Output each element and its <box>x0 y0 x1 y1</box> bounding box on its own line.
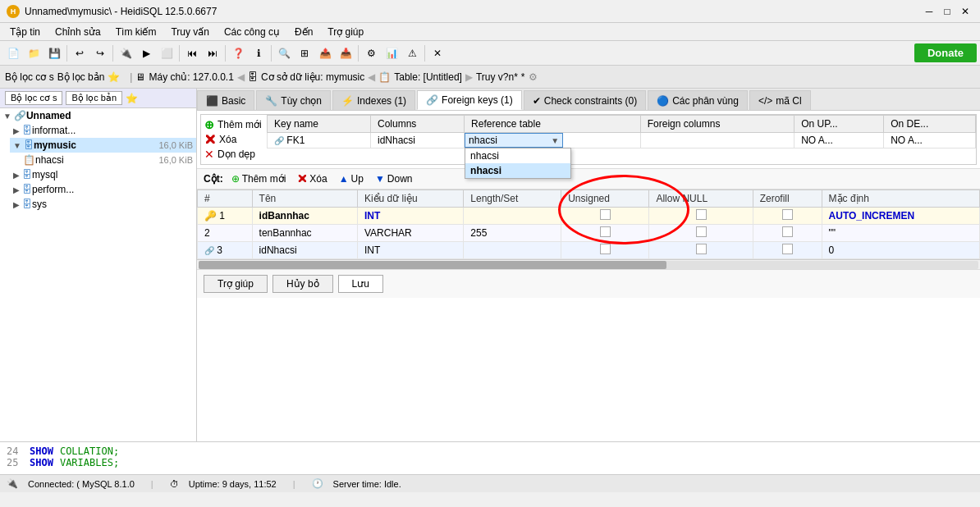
tb-search[interactable]: 🔍 <box>274 43 294 63</box>
col-name-3[interactable]: idNhacsi <box>252 242 357 259</box>
menu-edit[interactable]: Chỉnh sửa <box>48 25 108 39</box>
up-col-button[interactable]: ▲ Up <box>336 172 367 185</box>
sidebar-item-unnamed[interactable]: ▼ 🔗 Unnamed <box>0 108 196 123</box>
unsigned-cb-3[interactable] <box>600 244 611 254</box>
tb-stop[interactable]: ⬜ <box>157 43 176 63</box>
clean-fk-button[interactable]: ✕ Dọn dẹp <box>204 148 263 161</box>
filter-server-btn[interactable]: Bộ lọc cơ s <box>5 91 62 105</box>
up-icon: ▲ <box>339 173 349 185</box>
menu-query[interactable]: Truy vấn <box>164 25 216 39</box>
tb-prev[interactable]: ⏮ <box>182 43 202 63</box>
donate-button[interactable]: Donate <box>914 43 977 62</box>
col-allownull-3[interactable] <box>649 242 753 259</box>
col-name-2[interactable]: tenBannhac <box>252 225 357 242</box>
col-type-2[interactable]: VARCHAR <box>357 225 463 242</box>
help-button[interactable]: Trợ giúp <box>204 275 268 293</box>
delete-col-button[interactable]: 🗙 Xóa <box>294 172 330 185</box>
ref-table-dropdown[interactable]: nhacsi ▼ nhacsi nhacsi <box>465 133 563 148</box>
tab-basic[interactable]: ⬛ Basic <box>197 90 254 110</box>
kw-show-24: SHOW <box>30 445 53 457</box>
col-unsigned-2[interactable] <box>561 225 649 242</box>
unsigned-cb-1[interactable] <box>600 209 611 220</box>
sidebar-item-nhacsi[interactable]: 📋 nhacsi 16,0 KiB <box>20 153 196 167</box>
tb-connect[interactable]: 🔌 <box>116 43 135 63</box>
star-filter-icon[interactable]: ⭐ <box>126 93 138 104</box>
tb-save[interactable]: 💾 <box>44 43 64 63</box>
tb-import[interactable]: 📥 <box>336 43 355 63</box>
tb-extra3[interactable]: ⚠ <box>402 43 422 63</box>
tb-info[interactable]: ℹ <box>249 43 268 63</box>
col-allownull-1[interactable] <box>649 208 753 225</box>
col-allownull-2[interactable] <box>649 225 753 242</box>
tb-table[interactable]: ⊞ <box>295 43 314 63</box>
tb-redo[interactable]: ↪ <box>90 43 110 63</box>
tab-indexes[interactable]: ⚡ Indexes (1) <box>332 90 415 110</box>
tab-check-constraints[interactable]: ✔ Check constraints (0) <box>524 90 646 110</box>
tb-new[interactable]: 📄 <box>3 43 23 63</box>
sidebar-item-perform[interactable]: ▶ 🗄 perform... <box>10 182 196 197</box>
menu-help[interactable]: Trợ giúp <box>321 25 370 39</box>
close-button[interactable]: ✕ <box>957 3 973 20</box>
tb-undo[interactable]: ↩ <box>70 43 89 63</box>
save-button[interactable]: Lưu <box>338 275 383 293</box>
tab-foreign-keys[interactable]: 🔗 Foreign keys (1) <box>417 90 522 110</box>
col-name-1[interactable]: idBannhac <box>252 208 357 225</box>
menu-tools[interactable]: Các công cụ <box>218 25 286 39</box>
delete-fk-button[interactable]: 🗙 Xóa <box>204 133 263 146</box>
col-unsigned-3[interactable] <box>561 242 649 259</box>
dropdown-option-1[interactable]: nhacsi <box>465 148 570 163</box>
allownull-cb-3[interactable] <box>696 244 707 254</box>
filter-table-btn[interactable]: Bộ lọc bản <box>66 91 122 105</box>
col-unsigned-1[interactable] <box>561 208 649 225</box>
zerofill-cb-3[interactable] <box>782 244 793 254</box>
down-col-label: Down <box>387 173 413 185</box>
tab-options[interactable]: 🔧 Tùy chọn <box>256 90 331 110</box>
minimize-button[interactable]: ─ <box>921 3 937 20</box>
col-zerofill-3[interactable] <box>753 242 822 259</box>
menu-goto[interactable]: Đến <box>288 25 319 39</box>
horizontal-scrollbar[interactable] <box>197 259 980 269</box>
sidebar-item-mymusic[interactable]: ▼ 🗄 mymusic 16,0 KiB <box>10 138 196 153</box>
col-zerofill-2[interactable] <box>753 225 822 242</box>
allownull-cb-1[interactable] <box>696 209 707 220</box>
add-fk-button[interactable]: ⊕ Thêm mới <box>204 118 263 131</box>
zerofill-cb-1[interactable] <box>782 209 793 220</box>
fk-reftable-cell[interactable]: nhacsi ▼ nhacsi nhacsi <box>465 133 641 148</box>
unsigned-cb-2[interactable] <box>600 226 611 237</box>
col-type-3[interactable]: INT <box>357 242 463 259</box>
sidebar-item-sys[interactable]: ▶ 🗄 sys <box>10 197 196 212</box>
query-label: Truy v?n* <box>476 71 518 83</box>
tab-partitions[interactable]: 🔵 Các phân vùng <box>648 90 748 110</box>
tb-extra1[interactable]: ⚙ <box>361 43 381 63</box>
options-tab-icon: 🔧 <box>265 95 277 107</box>
dropdown-option-2[interactable]: nhacsi <box>465 163 570 178</box>
menu-search[interactable]: Tìm kiếm <box>109 25 163 39</box>
dropdown-input[interactable]: nhacsi ▼ <box>465 133 563 148</box>
fk-col-columns: Columns <box>370 116 464 133</box>
dropdown-value: nhacsi <box>469 135 497 146</box>
down-icon: ▼ <box>375 173 385 185</box>
tb-next[interactable]: ⏭ <box>203 43 222 63</box>
tb-run[interactable]: ▶ <box>136 43 156 63</box>
scrollbar-thumb[interactable] <box>199 261 666 269</box>
col-type-1[interactable]: INT <box>357 208 463 225</box>
add-col-button[interactable]: ⊕ Thêm mới <box>228 172 290 185</box>
tb-open[interactable]: 📁 <box>24 43 44 63</box>
tb-close[interactable]: ✕ <box>428 43 447 63</box>
tab-collation[interactable]: </> mã Cl <box>749 90 811 110</box>
window-controls[interactable]: ─ □ ✕ <box>921 3 973 20</box>
uptime-icon: ⏱ <box>170 479 179 489</box>
tb-help[interactable]: ❓ <box>228 43 248 63</box>
menu-file[interactable]: Tập tin <box>3 25 47 39</box>
tb-extra2[interactable]: 📊 <box>382 43 401 63</box>
down-col-button[interactable]: ▼ Down <box>372 172 416 185</box>
allownull-cb-2[interactable] <box>696 226 707 237</box>
tb-export[interactable]: 📤 <box>315 43 335 63</box>
maximize-button[interactable]: □ <box>939 3 955 20</box>
tb-sep2 <box>112 45 113 62</box>
zerofill-cb-2[interactable] <box>782 226 793 237</box>
sidebar-item-informat[interactable]: ▶ 🗄 informat... <box>10 123 196 138</box>
cancel-button[interactable]: Hủy bỏ <box>272 275 333 293</box>
sidebar-item-mysql[interactable]: ▶ 🗄 mysql <box>10 167 196 182</box>
col-zerofill-1[interactable] <box>753 208 822 225</box>
